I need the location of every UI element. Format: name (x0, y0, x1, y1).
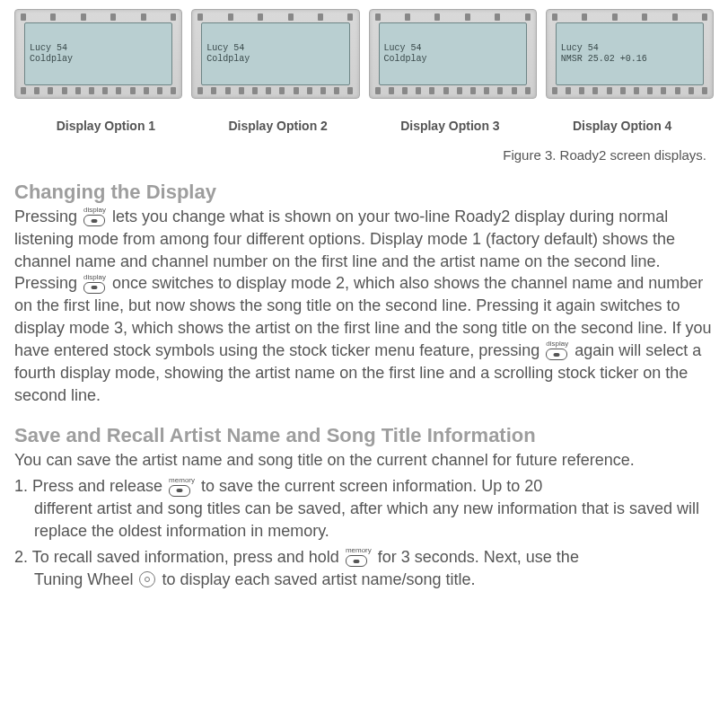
memory-button-icon: memory (169, 477, 195, 497)
device-display-2: Lucy 54 Coldplay (191, 9, 359, 99)
screen-line2: NMSR 25.02 +0.16 (561, 54, 698, 66)
screen-line1: Lucy 54 (384, 43, 522, 55)
steps-list: 1. Press and release memory to save the … (14, 475, 714, 590)
screen-line2: Coldplay (206, 54, 344, 66)
intro-save-recall: You can save the artist name and song ti… (14, 449, 714, 472)
device-screen-2: Lucy 54 Coldplay (201, 22, 349, 85)
tuning-wheel-icon (139, 571, 155, 587)
caption-2: Display Option 2 (192, 119, 364, 133)
section-save-recall: Save and Recall Artist Name and Song Tit… (14, 424, 714, 590)
display-button-icon: display (83, 207, 106, 226)
memory-button-icon: memory (346, 547, 372, 567)
screen-line1: Lucy 54 (30, 43, 167, 55)
caption-1: Display Option 1 (20, 119, 192, 133)
body-changing-display: Pressing display lets you change what is… (14, 206, 714, 406)
caption-3: Display Option 3 (364, 119, 537, 133)
display-button-icon: display (546, 340, 568, 360)
screen-line2: Coldplay (30, 54, 167, 66)
screen-line2: Coldplay (384, 54, 522, 66)
display-captions-row: Display Option 1 Display Option 2 Displa… (20, 119, 708, 133)
heading-changing-display: Changing the Display (14, 181, 714, 204)
device-screen-3: Lucy 54 Coldplay (379, 22, 527, 85)
section-changing-display: Changing the Display Pressing display le… (14, 181, 714, 406)
device-display-4: Lucy 54 NMSR 25.02 +0.16 (546, 9, 714, 99)
screen-line1: Lucy 54 (561, 43, 698, 55)
device-display-1: Lucy 54 Coldplay (14, 9, 182, 99)
device-screen-1: Lucy 54 Coldplay (24, 22, 172, 85)
heading-save-recall: Save and Recall Artist Name and Song Tit… (14, 424, 714, 447)
manual-page: Lucy 54 Coldplay Lucy 54 Coldplay Lucy 5… (0, 0, 728, 626)
device-display-3: Lucy 54 Coldplay (369, 9, 537, 99)
screen-line1: Lucy 54 (206, 43, 344, 55)
figure-caption: Figure 3. Roady2 screen displays. (14, 147, 706, 163)
device-displays-row: Lucy 54 Coldplay Lucy 54 Coldplay Lucy 5… (14, 9, 714, 99)
device-screen-4: Lucy 54 NMSR 25.02 +0.16 (556, 22, 704, 85)
display-button-icon: display (83, 274, 106, 294)
step-1: 1. Press and release memory to save the … (14, 475, 714, 542)
step-2: 2. To recall saved information, press an… (14, 546, 714, 591)
caption-4: Display Option 4 (536, 119, 708, 133)
